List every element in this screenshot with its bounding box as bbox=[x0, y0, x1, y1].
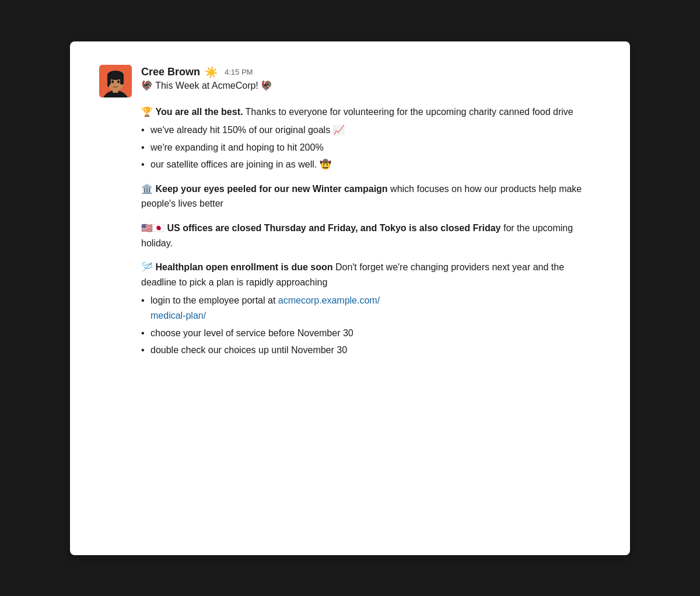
winter-bold: Keep your eyes peeled for our new Winter… bbox=[155, 184, 387, 194]
subject-line: 🦃 This Week at AcmeCorp! 🦃 bbox=[141, 80, 272, 91]
svg-point-8 bbox=[111, 80, 114, 83]
list-item: double check our choices up until Novemb… bbox=[141, 343, 601, 358]
offices-emoji: 🇺🇸🇯🇵 bbox=[141, 223, 167, 233]
list-item: we're expanding it and hoping to hit 200… bbox=[141, 140, 601, 155]
header-meta: Cree Brown ☀️ 4:15 PM 🦃 This Week at Acm… bbox=[141, 65, 272, 91]
healthplan-intro: 🪡 Healthplan open enrollment is due soon… bbox=[141, 260, 601, 290]
charity-text: Thanks to everyone for volunteering for … bbox=[243, 107, 573, 117]
message-header: Cree Brown ☀️ 4:15 PM 🦃 This Week at Acm… bbox=[99, 65, 601, 97]
winter-emoji: 🏛️ bbox=[141, 184, 155, 194]
list-item: we've already hit 150% of our original g… bbox=[141, 123, 601, 138]
list-item: login to the employee portal at acmecorp… bbox=[141, 293, 601, 323]
offices-intro: 🇺🇸🇯🇵 US offices are closed Thursday and … bbox=[141, 221, 601, 250]
section-winter: 🏛️ Keep your eyes peeled for our new Win… bbox=[141, 182, 601, 211]
charity-bullets: we've already hit 150% of our original g… bbox=[141, 123, 601, 172]
charity-intro: 🏆 You are all the best. Thanks to everyo… bbox=[141, 104, 601, 120]
charity-emoji: 🏆 bbox=[141, 107, 155, 117]
charity-bold: You are all the best. bbox=[155, 107, 243, 117]
svg-point-9 bbox=[117, 80, 120, 83]
status-emoji: ☀️ bbox=[205, 66, 218, 79]
portal-link[interactable]: acmecorp.example.com/medical-plan/ bbox=[150, 295, 380, 320]
healthplan-emoji: 🪡 bbox=[141, 262, 155, 272]
list-item: our satellite offices are joining in as … bbox=[141, 157, 601, 172]
offices-bold: US offices are closed Thursday and Frida… bbox=[167, 223, 501, 233]
healthplan-bullets: login to the employee portal at acmecorp… bbox=[141, 293, 601, 357]
winter-intro: 🏛️ Keep your eyes peeled for our new Win… bbox=[141, 182, 601, 211]
username: Cree Brown bbox=[141, 66, 200, 78]
avatar bbox=[99, 65, 132, 97]
list-item: choose your level of service before Nove… bbox=[141, 326, 601, 341]
message-body: 🏆 You are all the best. Thanks to everyo… bbox=[141, 104, 601, 358]
svg-rect-6 bbox=[120, 75, 124, 85]
name-row: Cree Brown ☀️ 4:15 PM bbox=[141, 66, 272, 79]
section-offices: 🇺🇸🇯🇵 US offices are closed Thursday and … bbox=[141, 221, 601, 250]
message-card: Cree Brown ☀️ 4:15 PM 🦃 This Week at Acm… bbox=[70, 41, 630, 555]
section-healthplan: 🪡 Healthplan open enrollment is due soon… bbox=[141, 260, 601, 358]
svg-point-10 bbox=[115, 83, 117, 85]
healthplan-bold: Healthplan open enrollment is due soon bbox=[155, 262, 332, 272]
section-charity: 🏆 You are all the best. Thanks to everyo… bbox=[141, 104, 601, 172]
timestamp: 4:15 PM bbox=[225, 68, 253, 76]
